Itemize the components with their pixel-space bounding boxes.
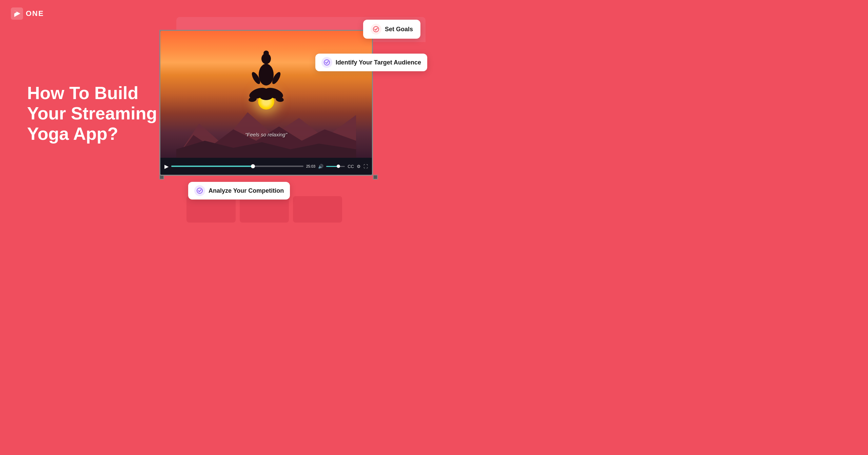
analyze-label: Analyze Your Competition [209, 187, 284, 194]
fullscreen-button[interactable]: ⛶ [363, 164, 368, 169]
headline-line3: Yoga App? [27, 124, 157, 144]
volume-dot [337, 165, 340, 168]
video-content: "Feels so relaxing" [160, 31, 372, 158]
bottom-bar-1 [186, 196, 236, 223]
identify-icon [321, 57, 332, 68]
bottom-bar-2 [240, 196, 289, 223]
logo-text: ONE [26, 9, 44, 18]
video-player[interactable]: "Feels so relaxing" ▶ 25:03 🔊 CC ⚙ ⛶ [159, 30, 373, 176]
headline: How To Build Your Streaming Yoga App? [27, 83, 157, 144]
analyze-competition-card: Analyze Your Competition [188, 182, 290, 200]
set-goals-icon [371, 24, 381, 35]
svg-point-17 [324, 60, 330, 65]
volume-bar[interactable] [326, 166, 345, 167]
logo-area: ONE [11, 7, 44, 20]
identify-audience-card: Identify Your Target Audience [315, 54, 427, 71]
svg-point-18 [197, 188, 202, 193]
time-display: 25:03 [306, 164, 316, 168]
caption-button[interactable]: CC [348, 164, 354, 169]
right-area: ... [156, 0, 434, 227]
identify-label: Identify Your Target Audience [336, 59, 421, 66]
video-quote: "Feels so relaxing" [160, 132, 372, 137]
settings-button[interactable]: ⚙ [357, 164, 361, 169]
play-button[interactable]: ▶ [164, 163, 169, 170]
video-controls: ▶ 25:03 🔊 CC ⚙ ⛶ [160, 158, 372, 175]
svg-point-8 [259, 64, 274, 86]
bottom-bar-3 [293, 196, 342, 223]
svg-point-15 [259, 92, 273, 100]
logo-icon [11, 7, 23, 20]
progress-bar[interactable] [171, 166, 303, 167]
analyze-icon [194, 185, 205, 196]
svg-point-16 [373, 26, 379, 32]
yoga-silhouette [244, 49, 288, 117]
volume-icon[interactable]: 🔊 [318, 164, 323, 169]
bottom-bars [186, 196, 342, 223]
headline-line1: How To Build [27, 83, 157, 103]
set-goals-card: Set Goals [363, 20, 420, 39]
progress-dot [251, 164, 255, 168]
set-goals-label: Set Goals [385, 26, 413, 33]
corner-handle-br[interactable] [373, 175, 378, 179]
progress-fill [171, 166, 253, 167]
headline-line2: Your Streaming [27, 103, 157, 124]
svg-point-7 [263, 51, 269, 56]
